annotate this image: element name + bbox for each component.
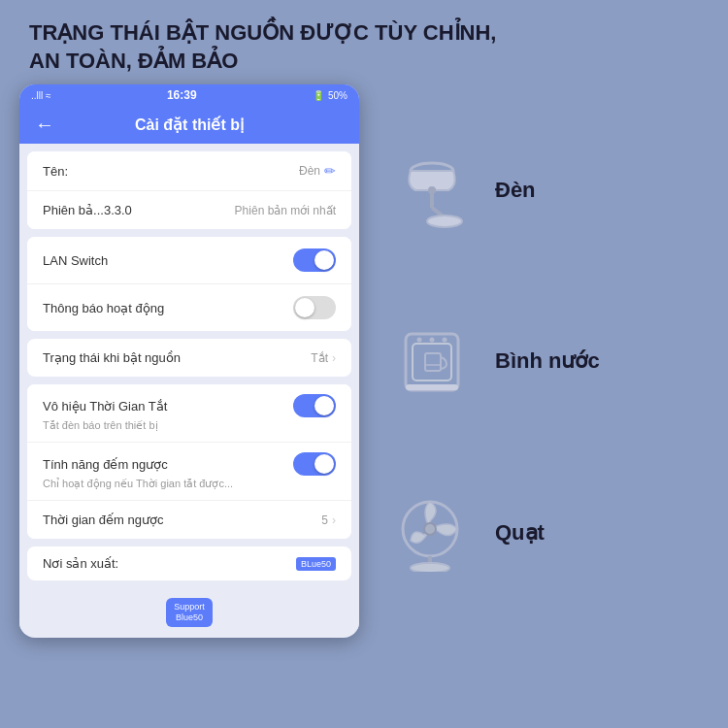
support-line1: Support [174,602,205,612]
header-title: TRẠNG THÁI BẬT NGUỒN ĐƯỢC TÙY CHỈNH, AN … [29,19,699,75]
settings-row-notification: Thông báo hoạt động [27,284,351,331]
svg-point-16 [411,563,449,572]
toggle-knob-2 [295,298,314,317]
right-panel: Đèn [369,84,718,638]
settings-row-power-state[interactable]: Trạng thái khi bật nguồn Tắt › [27,339,351,377]
countdown-label: Tính năng đếm ngược [43,457,168,472]
nav-bar: ← Cài đặt thiết bị [19,106,359,144]
countdown-time-value: 5 › [321,513,336,527]
support-line2: Blue50 [174,612,205,623]
name-value: Đèn ✏ [299,163,336,179]
lamp-icon [396,151,469,229]
svg-point-3 [427,215,462,227]
settings-section-2: LAN Switch Thông báo hoạt động [27,237,351,331]
settings-row-lan: LAN Switch [27,237,351,284]
settings-row-disable-timer: Vô hiệu Thời Gian Tắt Tắt đèn báo trên t… [27,384,351,443]
blue50-badge: BLue50 [296,557,336,571]
chevron-icon-2: › [332,513,336,527]
lamp-icon-wrap [388,147,476,234]
svg-rect-5 [406,334,458,390]
version-label: Phiên bả...3.3.0 [43,203,132,217]
water-icon-wrap [388,317,476,405]
settings-section-1: Tên: Đèn ✏ Phiên bả...3.3.0 Phiên bản mớ… [27,151,351,229]
settings-row-name: Tên: Đèn ✏ [27,151,351,191]
svg-point-9 [443,338,447,343]
device-item-fan: Quạt [388,489,699,577]
settings-row-countdown-time[interactable]: Thời gian đếm ngược 5 › [27,501,351,539]
lamp-label: Đèn [495,178,536,203]
disable-timer-sub: Tắt đèn báo trên thiết bị [43,419,336,432]
countdown-toggle[interactable] [293,452,336,476]
toggle-knob-3 [314,396,334,415]
device-item-lamp: Đèn [388,147,699,234]
support-badge: Support Blue50 [166,598,213,627]
battery-area: 🔋 50% [313,90,347,101]
svg-point-14 [424,523,436,535]
settings-section-4: Vô hiệu Thời Gian Tắt Tắt đèn báo trên t… [27,384,351,539]
countdown-sub: Chỉ hoạt động nếu Thời gian tắt được... [43,478,336,490]
signal-area: ..lll ≈ [31,90,51,101]
manufacturer-row: Nơi sản xuất: BLue50 [27,546,351,580]
notification-label: Thông báo hoạt động [43,301,164,315]
battery-icon: 🔋 [313,90,324,101]
water-icon [398,322,466,400]
svg-point-4 [428,186,436,194]
back-button[interactable]: ← [35,114,54,136]
power-state-value: Tắt › [311,351,336,365]
power-state-label: Trạng thái khi bật nguồn [43,350,181,365]
header: TRẠNG THÁI BẬT NGUỒN ĐƯỢC TÙY CHỈNH, AN … [0,0,728,84]
fan-icon [393,494,471,572]
edit-icon[interactable]: ✏ [324,163,336,179]
water-label: Bình nước [495,348,600,374]
fan-icon-wrap [388,489,476,577]
chevron-icon: › [332,351,336,365]
phone-mockup: ..lll ≈ 16:39 🔋 50% ← Cài đặt thiết bị T… [19,84,359,638]
settings-list: Tên: Đèn ✏ Phiên bả...3.3.0 Phiên bản mớ… [19,144,359,629]
settings-row-version: Phiên bả...3.3.0 Phiên bản mới nhất [27,191,351,229]
manufacturer-value: BLue50 [296,557,336,571]
countdown-top: Tính năng đếm ngược [43,452,336,476]
time-display: 16:39 [167,88,197,102]
fan-label: Quạt [495,520,545,546]
svg-rect-12 [406,384,458,390]
main-content: ..lll ≈ 16:39 🔋 50% ← Cài đặt thiết bị T… [0,84,728,638]
notification-toggle[interactable] [293,296,336,319]
svg-point-7 [417,338,422,343]
countdown-time-label: Thời gian đếm ngược [43,513,164,527]
device-item-water: Bình nước [388,317,699,405]
lan-label: LAN Switch [43,253,108,268]
toggle-knob-4 [314,454,334,474]
signal-icon: ..lll ≈ [31,90,51,101]
settings-section-5: Nơi sản xuất: BLue50 [27,546,351,580]
svg-point-8 [430,338,435,343]
lan-toggle[interactable] [293,248,336,272]
name-label: Tên: [43,164,68,179]
settings-row-countdown: Tính năng đếm ngược Chỉ hoạt động nếu Th… [27,443,351,501]
disable-timer-label: Vô hiệu Thời Gian Tắt [43,399,167,414]
settings-section-3: Trạng thái khi bật nguồn Tắt › [27,339,351,377]
support-area: Support Blue50 [19,588,359,629]
disable-timer-top: Vô hiệu Thời Gian Tắt [43,394,336,417]
battery-value: 50% [328,90,347,101]
manufacturer-label: Nơi sản xuất: [43,556,118,571]
disable-timer-toggle[interactable] [293,394,336,417]
nav-title: Cài đặt thiết bị [64,116,314,134]
version-value: Phiên bản mới nhất [235,204,336,217]
toggle-knob [314,250,334,270]
svg-rect-10 [425,353,441,371]
status-bar: ..lll ≈ 16:39 🔋 50% [19,84,359,106]
